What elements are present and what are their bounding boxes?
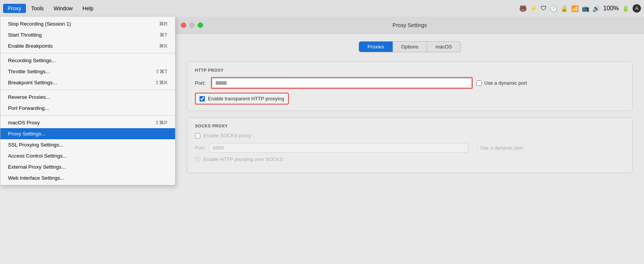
- menu-item-label: Breakpoint Settings...: [8, 80, 57, 85]
- http-over-socks-row: Enable HTTP proxying over SOCKS: [195, 156, 625, 162]
- lock-icon[interactable]: 🔒: [560, 5, 568, 12]
- main-area: Stop Recording (Session 1) ⌘R Start Thro…: [0, 17, 644, 264]
- tab-group: Proxies Options macOS: [359, 41, 461, 52]
- panel-titlebar: Proxy Settings: [175, 17, 644, 34]
- transparent-http-row: Enable transparent HTTP proxying: [195, 93, 289, 105]
- menubar-status-icons: 🐻 ⚡ 🛡 🕐 🔒 📶 📺 🔊 100% 🔋 A: [519, 4, 641, 13]
- tab-options[interactable]: Options: [393, 42, 427, 52]
- http-over-socks-checkbox: [195, 157, 200, 162]
- menu-item-breakpoint-settings[interactable]: Breakpoint Settings... ⇧⌘K: [0, 77, 175, 88]
- shield-icon[interactable]: 🛡: [541, 5, 547, 12]
- battery-icon: 🔋: [622, 5, 630, 12]
- menu-item-label: Reverse Proxies...: [8, 94, 50, 100]
- airplay-icon[interactable]: 📺: [582, 5, 589, 12]
- battery-label: 100%: [603, 5, 619, 12]
- menu-tools[interactable]: Tools: [27, 4, 48, 13]
- menubar: Proxy Tools Window Help 🐻 ⚡ 🛡 🕐 🔒 📶 📺 🔊 …: [0, 0, 644, 17]
- menu-proxy[interactable]: Proxy: [3, 4, 26, 13]
- menu-item-recording-settings[interactable]: Recording Settings...: [0, 55, 175, 66]
- socks-port-label: Port:: [195, 145, 205, 151]
- dynamic-port-row: Use a dynamic port: [477, 80, 527, 86]
- volume-icon[interactable]: 🔊: [592, 5, 600, 12]
- proxy-settings-panel: Proxy Settings Proxies Options macOS HTT…: [175, 17, 644, 264]
- menu-item-shortcut: ⇧⌘P: [155, 120, 167, 126]
- menu-item-shortcut: ⌘R: [159, 21, 167, 27]
- menu-item-shortcut: ⇧⌘T: [155, 69, 167, 74]
- menu-item-label: Web Interface Settings...: [8, 175, 64, 181]
- socks-proxy-section: SOCKS Proxy Enable SOCKS proxy Port: Use…: [187, 117, 633, 173]
- menu-divider-3: [0, 115, 175, 116]
- menu-item-label: macOS Proxy: [8, 120, 40, 126]
- menu-item-label: SSL Proxying Settings...: [8, 142, 63, 148]
- socks-port-input: [209, 143, 469, 153]
- http-over-socks-label: Enable HTTP proxying over SOCKS: [203, 156, 283, 162]
- wifi-icon[interactable]: 📶: [571, 5, 579, 12]
- transparent-http-checkbox[interactable]: [200, 96, 205, 101]
- user-icon[interactable]: A: [633, 4, 641, 13]
- menu-item-label: Port Forwarding...: [8, 105, 49, 111]
- menu-window[interactable]: Window: [49, 4, 77, 13]
- menu-item-label: Proxy Settings...: [8, 131, 45, 137]
- menu-item-shortcut: ⇧⌘K: [155, 80, 167, 85]
- menu-item-shortcut: ⌘K: [159, 43, 167, 49]
- menu-divider-2: [0, 90, 175, 90]
- menu-item-start-throttling[interactable]: Start Throttling ⌘T: [0, 29, 175, 40]
- enable-socks-checkbox[interactable]: [195, 133, 200, 138]
- menu-item-label: Recording Settings...: [8, 58, 56, 63]
- menu-item-proxy-settings[interactable]: Proxy Settings...: [0, 128, 175, 139]
- menu-item-shortcut: ⌘T: [159, 32, 167, 38]
- menu-divider-1: [0, 53, 175, 53]
- menu-item-label: Stop Recording (Session 1): [8, 21, 71, 27]
- menu-item-web-interface[interactable]: Web Interface Settings...: [0, 172, 175, 184]
- tab-proxies[interactable]: Proxies: [359, 42, 393, 52]
- tab-bar: Proxies Options macOS: [187, 41, 633, 52]
- dynamic-port-label: Use a dynamic port: [484, 80, 527, 86]
- socks-dynamic-port-checkbox: [472, 145, 478, 151]
- menu-item-macos-proxy[interactable]: macOS Proxy ⇧⌘P: [0, 117, 175, 128]
- menu-item-throttle-settings[interactable]: Throttle Settings... ⇧⌘T: [0, 66, 175, 77]
- dynamic-port-checkbox[interactable]: [477, 80, 482, 86]
- menu-item-enable-breakpoints[interactable]: Enable Breakpoints ⌘K: [0, 40, 175, 52]
- socks-port-row: Port: Use a dynamic port: [195, 143, 625, 153]
- menu-item-ssl-proxying[interactable]: SSL Proxying Settings...: [0, 139, 175, 150]
- enable-socks-row: Enable SOCKS proxy: [195, 133, 625, 138]
- bear-icon[interactable]: 🐻: [519, 5, 527, 12]
- menu-item-label: External Proxy Settings...: [8, 164, 66, 170]
- proxy-dropdown-menu: Stop Recording (Session 1) ⌘R Start Thro…: [0, 17, 175, 185]
- port-label: Port:: [195, 80, 207, 86]
- menu-item-access-control[interactable]: Access Control Settings...: [0, 150, 175, 161]
- minimize-button[interactable]: [189, 23, 195, 28]
- panel-title: Proxy Settings: [393, 22, 427, 28]
- maximize-button[interactable]: [198, 23, 203, 28]
- transparent-http-label: Enable transparent HTTP proxying: [208, 96, 284, 101]
- menu-item-label: Start Throttling: [8, 32, 42, 38]
- socks-dynamic-port-row: Use a dynamic port: [472, 145, 523, 151]
- enable-socks-label: Enable SOCKS proxy: [203, 133, 251, 138]
- tab-macos[interactable]: macOS: [427, 42, 460, 52]
- port-row: Port: Use a dynamic port: [195, 77, 625, 89]
- close-button[interactable]: [181, 23, 186, 28]
- menu-item-label: Access Control Settings...: [8, 153, 67, 159]
- menu-item-reverse-proxies[interactable]: Reverse Proxies...: [0, 92, 175, 103]
- http-proxy-title: HTTP Proxy: [195, 68, 625, 72]
- http-port-input[interactable]: [212, 78, 472, 88]
- http-proxy-section: HTTP Proxy Port: Use a dynamic port Enab: [187, 61, 633, 111]
- menu-item-label: Enable Breakpoints: [8, 43, 53, 49]
- menu-item-external-proxy[interactable]: External Proxy Settings...: [0, 161, 175, 172]
- menu-item-label: Throttle Settings...: [8, 69, 50, 74]
- panel-body: Proxies Options macOS HTTP Proxy Port: U…: [175, 34, 644, 264]
- menu-item-stop-recording[interactable]: Stop Recording (Session 1) ⌘R: [0, 18, 175, 29]
- clock-icon[interactable]: 🕐: [550, 5, 557, 12]
- window-controls: [181, 23, 203, 28]
- socks-dynamic-port-label: Use a dynamic port: [480, 145, 523, 151]
- menu-item-port-forwarding[interactable]: Port Forwarding...: [0, 103, 175, 114]
- port-input-wrapper: [211, 77, 473, 89]
- h-icon[interactable]: ⚡: [530, 5, 538, 12]
- menu-help[interactable]: Help: [78, 4, 98, 13]
- socks-proxy-title: SOCKS Proxy: [195, 124, 625, 128]
